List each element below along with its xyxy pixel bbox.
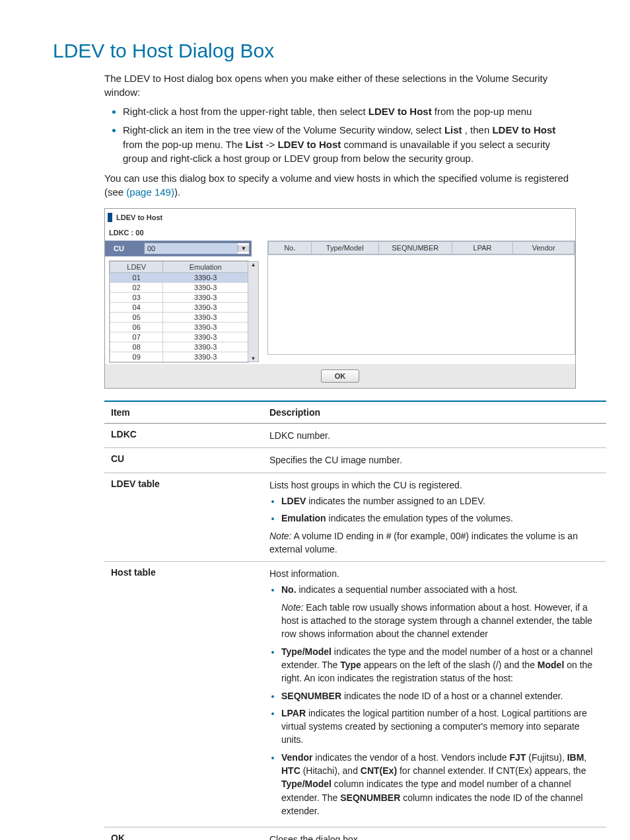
- desc-text: Closes the dialog box.: [263, 827, 606, 840]
- desc-text: Lists host groups in which the CU is reg…: [263, 473, 606, 561]
- cu-selector-bar: CU 00 ▼: [105, 241, 252, 256]
- desc-text: Host information. No. indicates a sequen…: [263, 562, 606, 827]
- desc-item: CU: [104, 448, 263, 473]
- col-no: No.: [269, 242, 312, 254]
- host-table-header: No. Type/Model SEQNUMBER LPAR Vendor: [267, 241, 575, 255]
- desc-item: OK: [104, 827, 263, 840]
- scrollbar[interactable]: ▲▼: [248, 261, 259, 362]
- desc-item: Host table: [104, 562, 263, 827]
- desc-header-item: Item: [104, 401, 263, 424]
- description-table: Item Description LDKC LDKC number. CU Sp…: [104, 401, 606, 840]
- table-row[interactable]: 063390-3: [110, 323, 248, 332]
- emulation-col-header: Emulation: [163, 262, 248, 273]
- table-row[interactable]: 083390-3: [110, 342, 248, 352]
- col-typemodel: Type/Model: [311, 242, 378, 254]
- table-row[interactable]: 073390-3: [110, 332, 248, 342]
- cu-label: CU: [107, 245, 144, 252]
- scroll-up-icon[interactable]: ▲: [248, 262, 258, 268]
- dialog-titlebar: LDEV to Host: [105, 209, 575, 229]
- ok-button[interactable]: OK: [321, 369, 360, 383]
- cu-value: 00: [145, 243, 238, 254]
- table-row[interactable]: 093390-3: [110, 352, 248, 362]
- table-row[interactable]: 013390-3: [110, 273, 248, 283]
- table-row[interactable]: 043390-3: [110, 303, 248, 313]
- desc-text: Specifies the CU image number.: [263, 448, 606, 473]
- list-item: Right-click an item in the tree view of …: [123, 123, 577, 166]
- host-table-body: [267, 255, 575, 355]
- title-marker-icon: [108, 213, 112, 222]
- desc-header-desc: Description: [263, 401, 606, 424]
- dialog-screenshot: LDEV to Host LDKC : 00 CU 00 ▼ LDEVEmula…: [104, 208, 576, 389]
- intro-text: The LDEV to Host dialog box opens when y…: [104, 71, 577, 99]
- col-lpar: LPAR: [452, 242, 513, 254]
- cu-dropdown[interactable]: 00 ▼: [144, 243, 250, 254]
- table-row[interactable]: 033390-3: [110, 293, 248, 303]
- scroll-down-icon[interactable]: ▼: [248, 356, 258, 362]
- col-seqnumber: SEQNUMBER: [378, 242, 452, 254]
- selection-list: Right-click a host from the upper-right …: [104, 104, 577, 166]
- desc-text: LDKC number.: [263, 424, 606, 448]
- ldkc-label: LDKC : 00: [105, 229, 575, 241]
- list-item: Right-click a host from the upper-right …: [123, 104, 577, 119]
- table-row[interactable]: 023390-3: [110, 283, 248, 293]
- usage-text: You can use this dialog box to specify a…: [104, 171, 577, 199]
- page-title: LDEV to Host Dialog Box: [53, 40, 577, 62]
- desc-item: LDEV table: [104, 473, 263, 561]
- page-link[interactable]: (page 149): [126, 186, 174, 198]
- col-vendor: Vendor: [513, 242, 575, 254]
- chevron-down-icon[interactable]: ▼: [238, 245, 249, 252]
- ldev-table: LDEVEmulation 013390-3 023390-3 033390-3…: [109, 260, 249, 363]
- table-row[interactable]: 053390-3: [110, 313, 248, 323]
- desc-item: LDKC: [104, 424, 263, 448]
- ldev-col-header: LDEV: [110, 262, 163, 273]
